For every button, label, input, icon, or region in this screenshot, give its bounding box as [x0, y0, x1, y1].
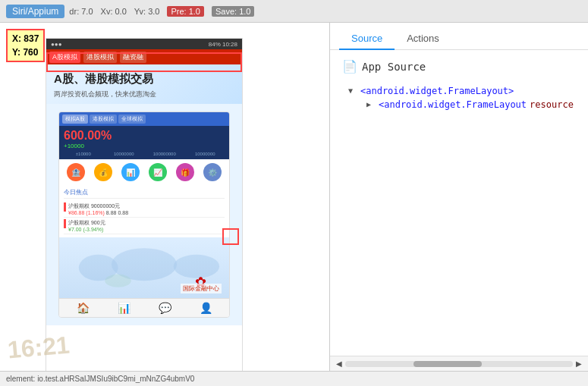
news-item-1-label: 沪股期权 90000000元 — [68, 202, 128, 210]
scroll-left-arrow[interactable]: ◀ — [333, 358, 345, 369]
xv-info: Xv: 0.0 — [101, 6, 127, 17]
scroll-track[interactable] — [345, 361, 573, 367]
tab-actions[interactable]: Actions — [395, 28, 451, 50]
y-coord: Y: 760 — [12, 46, 39, 59]
hero-subtitle: 两岸投资机会频现，快来优惠淘金 — [54, 89, 234, 99]
news-item-2: 沪股期权 900元 ¥7.00 (-3.94%) — [64, 218, 225, 234]
phone-inner: 模拟A股 港股模拟 全球模拟 600.00% +10000 ±10000 100… — [58, 111, 230, 318]
left-panel: X: 837 Y: 760 ●●● 84% 10:28 A股模拟 港股模拟 融资… — [0, 23, 330, 371]
scroll-thumb[interactable] — [413, 361, 482, 367]
yv-info: Yv: 3.0 — [134, 6, 160, 17]
pre1-info: Pre: 1.0 — [167, 6, 204, 17]
phone-nav: 模拟A股 港股模拟 全球模拟 — [59, 112, 229, 126]
news-header: 今日焦点 — [64, 188, 225, 199]
tab-hk-stock[interactable]: 港股模拟 — [83, 52, 117, 63]
stock-value: 600.00% — [64, 129, 225, 143]
phone-stats: ±10000 10000000 100000000 10000000 — [64, 152, 225, 156]
source-header: 📄 App Source — [342, 59, 576, 74]
icon-3[interactable]: 📊 — [121, 163, 140, 181]
phone-tab-hk[interactable]: 港股模拟 — [90, 115, 117, 124]
coordinates-box: X: 837 Y: 760 — [6, 29, 45, 62]
bottom-icon-3[interactable]: 💬 — [159, 302, 171, 314]
news-change-1: 8.88 0.88 — [106, 210, 128, 215]
expand-child[interactable]: ▶ — [366, 100, 376, 108]
icon-6[interactable]: ⚙️ — [203, 163, 222, 181]
bottom-icons: 🏠 📊 💬 👤 — [59, 298, 229, 317]
source-panel: 📄 App Source ▼ <android.widget.FrameLayo… — [330, 50, 588, 356]
toolbar-title: Siri/Appium — [6, 5, 64, 18]
stock-up: +10000 — [64, 143, 84, 149]
app-hero: A股、港股模拟交易 两岸投资机会频现，快来优惠淘金 — [46, 64, 242, 104]
timestamp-text: 16:21 — [7, 331, 71, 365]
tab-margin[interactable]: 融资融 — [120, 52, 146, 63]
bottom-icon-4[interactable]: 👤 — [200, 302, 212, 314]
xml-node-child: ▶ <android.widget.FrameLayout resource — [366, 99, 576, 110]
hero-title: A股、港股模拟交易 — [54, 72, 234, 86]
stat-1: ±10000 — [64, 152, 103, 156]
expand-root[interactable]: ▼ — [348, 86, 357, 95]
stock-sub: +10000 — [64, 143, 225, 149]
tab-bar: Source Actions — [330, 23, 588, 50]
bottom-status-bar: element: io.test.aHRSaIJMSIu9ibC9mi_mNnZ… — [0, 371, 588, 386]
news-red-bar-1 — [64, 202, 66, 212]
map-area: ✿ 国际金融中心 — [59, 237, 229, 298]
status-text: element: io.test.aHRSaIJMSIu9ibC9mi_mNnZ… — [6, 375, 194, 383]
xml-tag-root: <android.widget.FrameLayout> — [360, 86, 514, 96]
news-red-bar-2 — [64, 219, 66, 228]
status-bar: ●●● 84% 10:28 — [46, 39, 242, 49]
right-panel: Source Actions 📄 App Source ▼ <android.w… — [330, 23, 588, 371]
stat-4: 10000000 — [186, 152, 225, 156]
phone-icons-row: 🏦 💰 📊 📈 🎁 ⚙️ — [59, 159, 229, 185]
icon-2[interactable]: 💰 — [94, 163, 112, 181]
scroll-right-arrow[interactable]: ▶ — [573, 358, 585, 369]
xml-children: ▶ <android.widget.FrameLayout resource — [348, 99, 576, 110]
news-section: 今日焦点 沪股期权 90000000元 ¥86.88 (1.16%) 8.88 … — [59, 185, 229, 237]
status-bar-right: 84% 10:28 — [209, 41, 237, 48]
app-top-bar: A股模拟 港股模拟 融资融 — [46, 49, 242, 64]
main-area: X: 837 Y: 760 ●●● 84% 10:28 A股模拟 港股模拟 融资… — [0, 23, 588, 371]
xml-tag-child: <android.widget.FrameLayout — [379, 99, 527, 110]
source-header-text: App Source — [362, 61, 426, 73]
phone-tab-a[interactable]: 模拟A股 — [62, 115, 88, 124]
save-info: Save: 1.0 — [212, 6, 254, 17]
icon-5[interactable]: 🎁 — [176, 163, 194, 181]
app-screen: ●●● 84% 10:28 A股模拟 港股模拟 融资融 A股、港股模拟交易 两岸… — [46, 38, 243, 371]
phone-tab-global[interactable]: 全球模拟 — [118, 115, 146, 124]
news-item-2-label: 沪股期权 900元 — [68, 219, 105, 227]
bottom-icon-1[interactable]: 🏠 — [77, 302, 90, 314]
dr-info: dr: 7.0 — [69, 6, 93, 17]
source-file-icon: 📄 — [342, 59, 357, 74]
xml-node-root: ▼ <android.widget.FrameLayout> — [348, 86, 576, 96]
stat-3: 100000000 — [145, 152, 184, 156]
map-label: 国际金融中心 — [181, 284, 222, 293]
tab-source[interactable]: Source — [339, 28, 395, 50]
phone-mockup-bg: 模拟A股 港股模拟 全球模拟 600.00% +10000 ±10000 100… — [46, 104, 242, 325]
icon-1[interactable]: 🏦 — [67, 163, 85, 181]
svg-point-3 — [105, 275, 130, 287]
status-bar-left: ●●● — [51, 41, 62, 48]
scroll-bar-area: ◀ ▶ — [330, 356, 588, 371]
icon-4[interactable]: 📈 — [149, 163, 167, 181]
news-item-1-content: 沪股期权 90000000元 ¥86.88 (1.16%) 8.88 0.88 — [68, 202, 128, 215]
x-coord: X: 837 — [12, 32, 39, 46]
bottom-icon-2[interactable]: 📊 — [118, 302, 130, 314]
toolbar: Siri/Appium dr: 7.0 Xv: 0.0 Yv: 3.0 Pre:… — [0, 0, 588, 23]
news-value-2: ¥7.00 (-3.94%) — [68, 227, 105, 232]
phone-content: 600.00% +10000 ±10000 10000000 100000000… — [59, 126, 229, 159]
toolbar-title-text: Siri/Appium — [12, 6, 58, 17]
stat-2: 10000000 — [105, 152, 144, 156]
xml-attr-name: resource — [530, 99, 574, 110]
xml-tree: ▼ <android.widget.FrameLayout> ▶ <androi… — [342, 86, 576, 110]
news-item-1-value: ¥86.88 (1.16%) 8.88 0.88 — [68, 210, 128, 215]
news-item-2-content: 沪股期权 900元 ¥7.00 (-3.94%) — [68, 219, 105, 232]
news-value-1: ¥86.88 (1.16%) — [68, 210, 105, 215]
toolbar-info: dr: 7.0 Xv: 0.0 Yv: 3.0 Pre: 1.0 Save: 1… — [69, 6, 254, 17]
tab-a-stock[interactable]: A股模拟 — [49, 52, 80, 63]
news-item-1: 沪股期权 90000000元 ¥86.88 (1.16%) 8.88 0.88 — [64, 201, 225, 218]
